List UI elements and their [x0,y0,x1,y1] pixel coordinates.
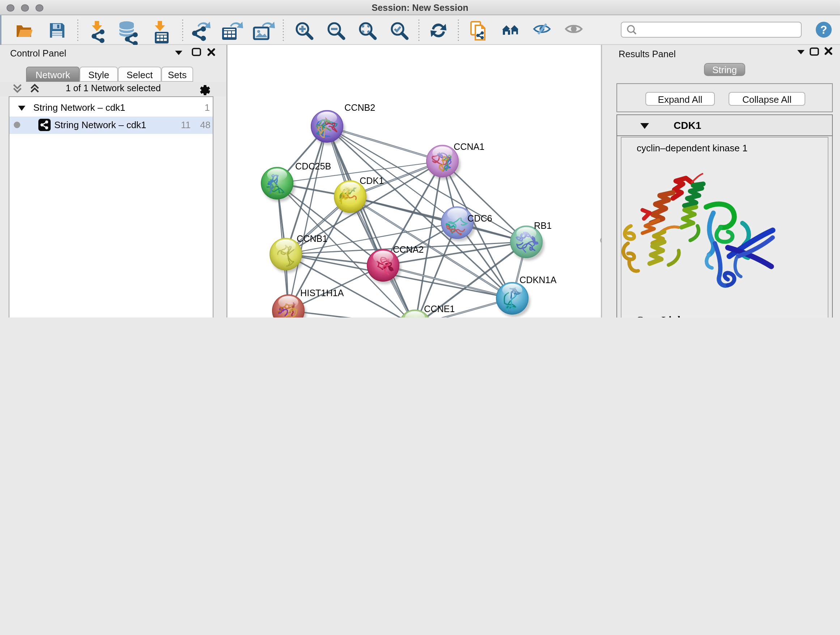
svg-text:CDK1: CDK1 [360,176,384,186]
svg-text:?: ? [821,24,827,36]
svg-text:CDKN1A: CDKN1A [519,275,556,285]
svg-text:CDC25B: CDC25B [295,161,331,171]
svg-text:CDC6: CDC6 [467,213,493,223]
svg-text:CCNA1: CCNA1 [454,141,485,152]
svg-text:CCNB1: CCNB1 [297,233,327,244]
svg-text:RB1: RB1 [534,220,552,231]
svg-text:CCNE1: CCNE1 [424,304,455,314]
svg-text:CCNB2: CCNB2 [344,103,375,112]
svg-text:HIST1H1A: HIST1H1A [300,288,344,298]
svg-text:CCNA2: CCNA2 [393,244,424,255]
